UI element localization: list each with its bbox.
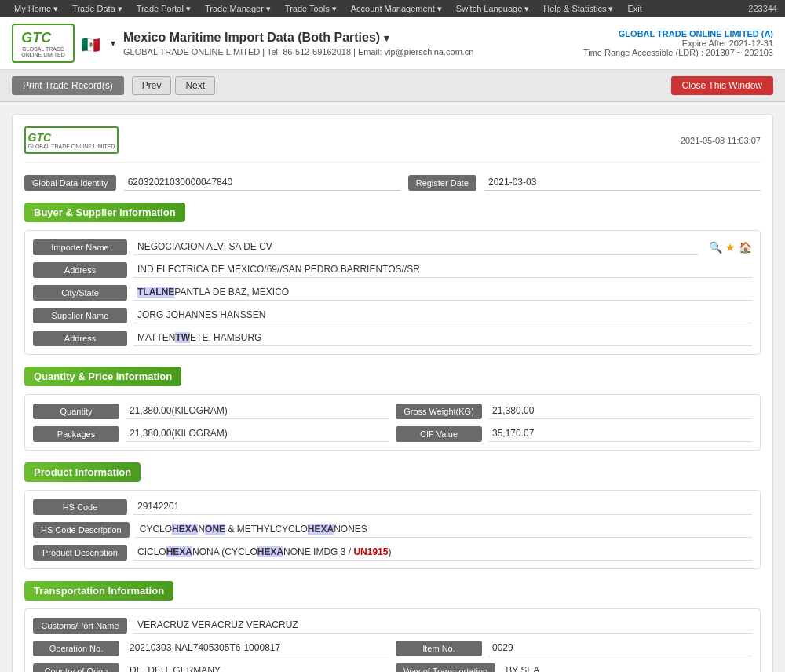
country-way-row: Country of Orign DE, DEU, GERMANY Way of… [33, 663, 752, 672]
header-contact: GLOBAL TRADE ONLINE LIMITED | Tel: 86-51… [123, 47, 583, 57]
importer-name-label: Importer Name [33, 239, 127, 255]
address2-row: Address MATTENTWETE, HAMBURG [33, 330, 752, 346]
operation-group: Operation No. 20210303-NAL7405305T6-1000… [33, 640, 389, 656]
card-logo: GTC GLOBAL TRADE ONLINE LIMITED [24, 126, 119, 154]
buyer-supplier-section: Buyer & Supplier Information Importer Na… [24, 203, 761, 355]
transport-section: Transportation Information Customs/Port … [24, 581, 761, 672]
hex5-highlight: HEXA [257, 546, 283, 557]
time-range: Time Range Accessible (LDR) : 201307 ~ 2… [583, 48, 773, 57]
nav-switch-language[interactable]: Switch Language ▾ [450, 2, 535, 16]
expire-date: Expire After 2021-12-31 [583, 38, 773, 48]
way-transport-group: Way of Transportation BY SEA [396, 663, 752, 672]
card-header: GTC GLOBAL TRADE ONLINE LIMITED 2021-05-… [24, 126, 761, 163]
nav-buttons-top: Prev Next [132, 76, 215, 95]
country-value: DE, DEU, GERMANY [126, 663, 389, 672]
quantity-group: Quantity 21,380.00(KILOGRAM) [33, 403, 389, 419]
hs-code-desc-row: HS Code Description CYCLOHEXANONE & METH… [33, 521, 752, 538]
product-desc-label: Product Description [33, 545, 127, 561]
customs-value: VERACRUZ VERACRUZ VERACRUZ [133, 617, 752, 634]
hex3-highlight: HEXA [308, 524, 334, 535]
cif-value-label: CIF Value [396, 426, 482, 442]
nav-account-management[interactable]: Account Management ▾ [345, 2, 448, 16]
account-id: 223344 [748, 4, 777, 13]
item-no-value: 0029 [488, 640, 752, 656]
print-button-top[interactable]: Print Trade Record(s) [12, 76, 124, 95]
close-button-top[interactable]: Close This Window [671, 76, 773, 95]
operation-value: 20210303-NAL7405305T6-1000817 [126, 640, 389, 656]
country-label: Country of Orign [33, 663, 119, 673]
supplier-name-row: Supplier Name JORG JOHANNES HANSSEN [33, 307, 752, 323]
hex4-highlight: HEXA [166, 546, 192, 557]
home-icon[interactable]: 🏠 [739, 241, 752, 254]
product-body: HS Code 29142201 HS Code Description CYC… [24, 490, 761, 569]
hs-code-desc-value: CYCLOHEXANONE & METHYLCYCLOHEXANONES [136, 521, 752, 538]
customs-row: Customs/Port Name VERACRUZ VERACRUZ VERA… [33, 617, 752, 634]
company-logo: GTC GLOBAL TRADEONLINE LIMITED [12, 24, 75, 63]
nav-trade-manager[interactable]: Trade Manager ▾ [199, 2, 277, 16]
nav-items: My Home ▾ Trade Data ▾ Trade Portal ▾ Tr… [8, 2, 648, 16]
next-button-top[interactable]: Next [175, 76, 215, 95]
importer-icons: 🔍 ★ 🏠 [709, 241, 752, 254]
address1-value: IND ELECTRICA DE MEXICO/69//SAN PEDRO BA… [133, 261, 752, 278]
logo-area: GTC GLOBAL TRADEONLINE LIMITED 🇲🇽 ▾ [12, 24, 115, 63]
register-date-label: Register Date [408, 175, 476, 191]
title-dropdown-icon[interactable]: ▾ [384, 32, 389, 44]
address2-highlight: TW [175, 332, 190, 343]
record-card: GTC GLOBAL TRADE ONLINE LIMITED 2021-05-… [12, 114, 773, 672]
hs-code-desc-label: HS Code Description [33, 522, 130, 538]
supplier-name-label: Supplier Name [33, 308, 127, 323]
star-icon[interactable]: ★ [725, 241, 736, 254]
product-section: Product Information HS Code 29142201 HS … [24, 462, 761, 569]
register-date-value: 2021-03-03 [484, 174, 761, 191]
nav-trade-tools[interactable]: Trade Tools ▾ [279, 2, 343, 16]
city-state-label: City/State [33, 285, 127, 301]
card-logo-text: GTC [28, 131, 115, 144]
packages-cif-row: Packages 21,380.00(KILOGRAM) CIF Value 3… [33, 425, 752, 442]
buyer-supplier-header: Buyer & Supplier Information [24, 203, 185, 222]
global-data-identity-row: Global Data Identity 6203202103000004784… [24, 174, 761, 191]
way-transport-value: BY SEA [502, 663, 752, 672]
city-state-value: TLALNEPANTLA DE BAZ, MEXICO [133, 284, 752, 301]
prev-button-top[interactable]: Prev [132, 76, 172, 95]
mexico-flag-icon: 🇲🇽 [81, 35, 104, 51]
search-icon[interactable]: 🔍 [709, 241, 722, 254]
logo-sub: GLOBAL TRADEONLINE LIMITED [21, 46, 65, 57]
header-title-area: Mexico Maritime Import Data (Both Partie… [123, 31, 583, 57]
importer-name-row: Importer Name NEGOCIACION ALVI SA DE CV … [33, 239, 752, 255]
logo-text: GTC [21, 30, 65, 46]
flag-dropdown[interactable]: ▾ [111, 38, 115, 49]
nav-help-statistics[interactable]: Help & Statistics ▾ [537, 2, 619, 16]
way-transport-label: Way of Transportation [396, 663, 495, 673]
city-highlight: TLALNE [137, 287, 174, 298]
nav-my-home[interactable]: My Home ▾ [8, 2, 64, 16]
hex1-highlight: HEXA [172, 524, 198, 535]
packages-value: 21,380.00(KILOGRAM) [126, 425, 389, 442]
hs-code-label: HS Code [33, 499, 127, 515]
hex2-highlight: ONE [205, 524, 225, 535]
transport-header: Transportation Information [24, 581, 173, 601]
city-state-row: City/State TLALNEPANTLA DE BAZ, MEXICO [33, 284, 752, 301]
nav-exit[interactable]: Exit [621, 2, 648, 16]
nav-trade-portal[interactable]: Trade Portal ▾ [130, 2, 197, 16]
address1-label: Address [33, 262, 127, 278]
qty-price-section: Quantity & Price Information Quantity 21… [24, 367, 761, 451]
cif-value-value: 35,170.07 [488, 425, 752, 442]
un-highlight: UN1915 [353, 546, 388, 557]
header-account: GLOBAL TRADE ONLINE LIMITED (A) Expire A… [583, 29, 773, 57]
operation-label: Operation No. [33, 641, 119, 656]
packages-group: Packages 21,380.00(KILOGRAM) [33, 425, 389, 442]
gross-weight-label: Gross Weight(KG) [396, 404, 482, 419]
qty-price-body: Quantity 21,380.00(KILOGRAM) Gross Weigh… [24, 394, 761, 451]
quantity-gross-row: Quantity 21,380.00(KILOGRAM) Gross Weigh… [33, 403, 752, 419]
account-name-link[interactable]: GLOBAL TRADE ONLINE LIMITED (A) [619, 29, 773, 38]
nav-trade-data[interactable]: Trade Data ▾ [66, 2, 129, 16]
transport-body: Customs/Port Name VERACRUZ VERACRUZ VERA… [24, 608, 761, 672]
qty-price-header: Quantity & Price Information [24, 367, 181, 386]
supplier-name-value: JORG JOHANNES HANSSEN [133, 307, 752, 323]
page-header: GTC GLOBAL TRADEONLINE LIMITED 🇲🇽 ▾ Mexi… [0, 17, 785, 70]
hs-code-row: HS Code 29142201 [33, 499, 752, 515]
product-header: Product Information [24, 462, 141, 482]
main-content: GTC GLOBAL TRADE ONLINE LIMITED 2021-05-… [0, 102, 785, 672]
importer-name-value: NEGOCIACION ALVI SA DE CV [133, 239, 699, 255]
gross-weight-value: 21,380.00 [488, 403, 752, 419]
